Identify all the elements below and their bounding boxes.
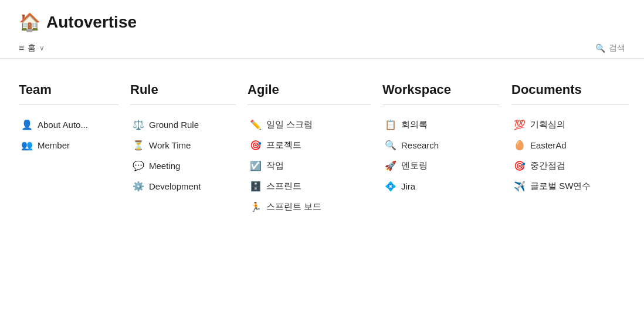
list-item[interactable]: 🚀멘토링 [382, 157, 500, 175]
section-title-documents: Documents [511, 82, 629, 105]
item-label: 일일 스크럼 [266, 119, 313, 130]
home-label: 홈 [28, 43, 36, 53]
item-label: Jira [401, 181, 415, 191]
menu-icon: ≡ [19, 43, 24, 53]
item-label: About Auto... [38, 120, 88, 130]
list-item[interactable]: ☑️작업 [248, 157, 371, 175]
list-item[interactable]: 🔍Research [382, 136, 500, 154]
app-name: Autovertise [46, 13, 137, 32]
section-items-rule: ⚖️Ground Rule⏳Work Time💬Meeting⚙️Develop… [130, 116, 236, 195]
list-item[interactable]: ✏️일일 스크럼 [248, 116, 371, 134]
section-title-team: Team [19, 82, 118, 105]
sections-grid: Team👤About Auto...👥MemberRule⚖️Ground Ru… [19, 82, 625, 216]
item-icon: 🔍 [385, 140, 396, 151]
list-item[interactable]: 👥Member [19, 136, 118, 154]
item-icon: 👤 [21, 119, 33, 130]
list-item[interactable]: 🗄️스프린트 [248, 177, 371, 195]
list-item[interactable]: 🥚EasterAd [511, 136, 629, 154]
item-label: Ground Rule [149, 120, 199, 130]
item-label: 기획심의 [530, 119, 565, 130]
list-item[interactable]: 💬Meeting [130, 157, 236, 175]
section-items-workspace: 📋회의록🔍Research🚀멘토링💠Jira [382, 116, 500, 195]
item-icon: 🗄️ [250, 181, 262, 192]
search-icon: 🔍 [595, 43, 605, 53]
nav-bar: ≡ 홈 ∨ 🔍 검색 [0, 38, 644, 59]
item-icon: 💠 [385, 181, 396, 192]
item-icon: 💯 [514, 119, 526, 130]
section-items-agile: ✏️일일 스크럼🎯프로젝트☑️작업🗄️스프린트🏃스프린트 보드 [248, 116, 371, 216]
section-documents: Documents💯기획심의🥚EasterAd🎯중간점검✈️글로벌 SW연수 [511, 82, 640, 216]
item-label: Member [38, 140, 70, 150]
list-item[interactable]: ⚙️Development [130, 177, 236, 195]
search-label: 검색 [609, 43, 625, 53]
item-icon: 🎯 [514, 160, 526, 171]
chevron-down-icon: ∨ [39, 44, 45, 52]
item-icon: ⚙️ [133, 181, 144, 192]
nav-home[interactable]: ≡ 홈 ∨ [19, 43, 45, 53]
section-items-team: 👤About Auto...👥Member [19, 116, 118, 154]
item-icon: 🚀 [385, 160, 396, 171]
list-item[interactable]: 🎯프로젝트 [248, 136, 371, 154]
section-title-workspace: Workspace [382, 82, 500, 105]
section-agile: Agile✏️일일 스크럼🎯프로젝트☑️작업🗄️스프린트🏃스프린트 보드 [248, 82, 382, 216]
item-label: 중간점검 [530, 160, 565, 171]
app-header: 🏠 Autovertise [0, 0, 644, 38]
item-icon: 🎯 [250, 140, 262, 151]
item-icon: ⚖️ [133, 119, 144, 130]
item-label: Development [149, 181, 201, 191]
section-rule: Rule⚖️Ground Rule⏳Work Time💬Meeting⚙️Dev… [130, 82, 248, 216]
app-logo: 🏠 [19, 12, 40, 32]
item-label: 스프린트 보드 [266, 201, 321, 212]
list-item[interactable]: ⚖️Ground Rule [130, 116, 236, 134]
section-workspace: Workspace📋회의록🔍Research🚀멘토링💠Jira [382, 82, 511, 216]
item-icon: ☑️ [250, 160, 262, 171]
item-icon: 👥 [21, 140, 33, 151]
item-label: 멘토링 [401, 160, 428, 171]
item-label: 회의록 [401, 119, 428, 130]
app-title: 🏠 Autovertise [19, 12, 137, 32]
item-icon: 💬 [133, 160, 144, 171]
list-item[interactable]: 💯기획심의 [511, 116, 629, 134]
list-item[interactable]: 💠Jira [382, 177, 500, 195]
section-title-agile: Agile [248, 82, 371, 105]
item-label: 작업 [266, 160, 284, 171]
item-label: Research [401, 140, 439, 150]
item-icon: ✏️ [250, 119, 262, 130]
list-item[interactable]: 📋회의록 [382, 116, 500, 134]
list-item[interactable]: 🎯중간점검 [511, 157, 629, 175]
item-label: Work Time [149, 140, 191, 150]
list-item[interactable]: 👤About Auto... [19, 116, 118, 134]
section-team: Team👤About Auto...👥Member [19, 82, 130, 216]
section-title-rule: Rule [130, 82, 236, 105]
item-icon: ✈️ [514, 181, 526, 192]
list-item[interactable]: ⏳Work Time [130, 136, 236, 154]
item-label: 프로젝트 [266, 140, 301, 151]
section-items-documents: 💯기획심의🥚EasterAd🎯중간점검✈️글로벌 SW연수 [511, 116, 629, 195]
item-label: 글로벌 SW연수 [530, 181, 591, 192]
item-icon: ⏳ [133, 140, 144, 151]
item-icon: 🥚 [514, 140, 526, 151]
item-icon: 📋 [385, 119, 396, 130]
search-button[interactable]: 🔍 검색 [595, 43, 625, 53]
item-label: 스프린트 [266, 181, 301, 192]
item-label: Meeting [149, 161, 180, 171]
item-label: EasterAd [530, 140, 567, 150]
main-content: Team👤About Auto...👥MemberRule⚖️Ground Ru… [0, 59, 644, 235]
list-item[interactable]: ✈️글로벌 SW연수 [511, 177, 629, 195]
list-item[interactable]: 🏃스프린트 보드 [248, 198, 371, 216]
item-icon: 🏃 [250, 201, 262, 212]
